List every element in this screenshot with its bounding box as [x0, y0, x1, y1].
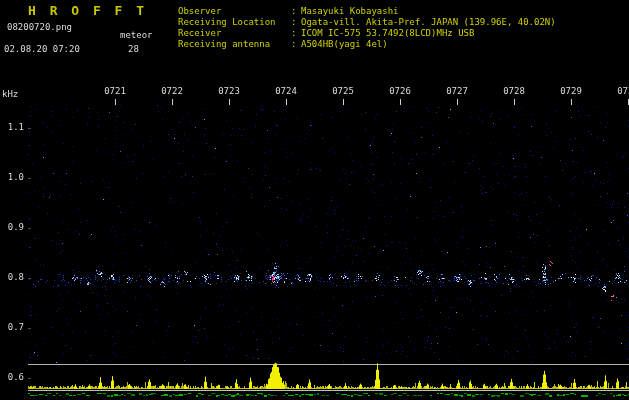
hrofft-window: H R O F F T 08200720.png meteor 02.08.20…: [0, 0, 629, 400]
spectrogram-canvas: [0, 0, 629, 400]
